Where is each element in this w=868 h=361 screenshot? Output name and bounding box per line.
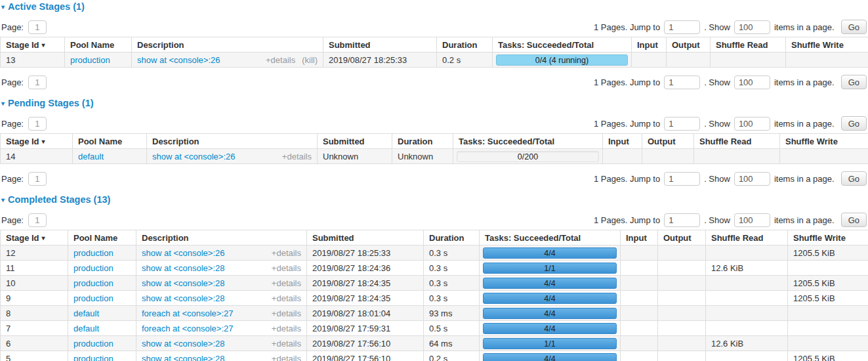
pool-name-link[interactable]: production	[73, 293, 114, 303]
description-link[interactable]: foreach at <console>:27	[142, 308, 234, 318]
column-header-duration[interactable]: Duration	[437, 37, 493, 53]
jump-to-page-input[interactable]	[664, 172, 700, 186]
column-header-output[interactable]: Output	[658, 230, 706, 245]
shuffle-read-cell	[706, 276, 788, 291]
output-cell	[658, 306, 706, 321]
pool-name-link[interactable]: production	[73, 263, 114, 273]
items-per-page-input[interactable]	[734, 20, 770, 34]
description-link[interactable]: show at <console>:28	[142, 278, 224, 288]
page-number-input[interactable]	[28, 172, 47, 186]
column-header-tasks-succeeded-total[interactable]: Tasks: Succeeded/Total	[453, 134, 603, 149]
column-header-stage-id[interactable]: Stage Id▾	[1, 134, 73, 149]
column-header-output[interactable]: Output	[642, 134, 694, 149]
go-button[interactable]: Go	[841, 171, 867, 186]
items-per-page-input[interactable]	[734, 117, 770, 131]
column-header-pool-name[interactable]: Pool Name	[73, 134, 147, 149]
column-header-tasks-succeeded-total[interactable]: Tasks: Succeeded/Total	[493, 37, 632, 53]
page-number-input[interactable]	[28, 20, 47, 34]
pool-name-link[interactable]: production	[70, 55, 110, 65]
column-header-input[interactable]: Input	[621, 230, 658, 245]
column-header-pool-name[interactable]: Pool Name	[65, 37, 132, 53]
stage-id-cell: 10	[1, 276, 68, 291]
section-heading-completed[interactable]: ▾Completed Stages (13)	[1, 194, 868, 205]
pool-name-link[interactable]: production	[73, 339, 114, 349]
description-link[interactable]: show at <console>:26	[137, 55, 220, 65]
pool-name-link[interactable]: production	[73, 248, 114, 258]
items-per-page-input[interactable]	[734, 75, 770, 89]
description-link[interactable]: show at <console>:28	[142, 339, 224, 349]
column-header-duration[interactable]: Duration	[424, 230, 480, 245]
details-toggle-link[interactable]: +details	[266, 55, 295, 65]
column-header-submitted[interactable]: Submitted	[323, 37, 437, 53]
pool-name-cell: production	[68, 245, 136, 261]
jump-to-page-input[interactable]	[664, 117, 700, 131]
go-button[interactable]: Go	[841, 213, 867, 227]
description-link[interactable]: show at <console>:28	[142, 263, 224, 273]
column-header-shuffle-write[interactable]: Shuffle Write	[788, 230, 868, 245]
pages-jump-label: 1 Pages. Jump to	[594, 215, 660, 225]
jump-to-page-input[interactable]	[664, 75, 700, 89]
page-number-input[interactable]	[28, 213, 47, 227]
pool-name-cell: default	[73, 149, 147, 164]
items-per-page-input[interactable]	[734, 213, 770, 227]
duration-cell: 0.3 s	[424, 291, 480, 306]
column-header-label: Submitted	[323, 137, 365, 146]
tasks-progress-cell: 4/4	[480, 276, 621, 291]
column-header-shuffle-read[interactable]: Shuffle Read	[694, 134, 780, 149]
column-header-submitted[interactable]: Submitted	[318, 134, 392, 149]
description-link[interactable]: show at <console>:26	[142, 248, 224, 258]
description-cell: show at <console>:28+details	[136, 336, 307, 351]
description-link[interactable]: show at <console>:28	[142, 354, 224, 361]
details-toggle-link[interactable]: +details	[272, 324, 301, 333]
description-cell: foreach at <console>:27+details	[136, 306, 307, 321]
column-header-stage-id[interactable]: Stage Id▾	[1, 37, 65, 53]
kill-link[interactable]: (kill)	[302, 55, 318, 65]
description-link[interactable]: show at <console>:28	[142, 293, 224, 303]
description-link[interactable]: show at <console>:26	[152, 152, 235, 161]
details-toggle-link[interactable]: +details	[272, 339, 301, 349]
pool-name-link[interactable]: default	[73, 308, 99, 318]
page-number-input[interactable]	[28, 75, 47, 89]
jump-to-page-input[interactable]	[664, 213, 700, 227]
details-toggle-link[interactable]: +details	[272, 354, 301, 361]
column-header-shuffle-read[interactable]: Shuffle Read	[711, 37, 786, 53]
details-toggle-link[interactable]: +details	[282, 152, 312, 161]
column-header-input[interactable]: Input	[632, 37, 667, 53]
column-header-duration[interactable]: Duration	[392, 134, 453, 149]
pool-name-link[interactable]: default	[73, 324, 99, 333]
input-cell	[621, 261, 658, 276]
go-button[interactable]: Go	[841, 20, 867, 34]
jump-to-page-input[interactable]	[664, 20, 700, 34]
column-header-pool-name[interactable]: Pool Name	[68, 230, 136, 245]
details-toggle-link[interactable]: +details	[272, 293, 301, 303]
items-per-page-input[interactable]	[734, 172, 770, 186]
column-header-description[interactable]: Description	[136, 230, 307, 245]
section-heading-pending[interactable]: ▾Pending Stages (1)	[1, 98, 868, 109]
column-header-stage-id[interactable]: Stage Id▾	[1, 230, 68, 245]
details-toggle-link[interactable]: +details	[272, 308, 301, 318]
details-toggle-link[interactable]: +details	[272, 278, 301, 288]
column-header-submitted[interactable]: Submitted	[307, 230, 424, 245]
column-header-tasks-succeeded-total[interactable]: Tasks: Succeeded/Total	[480, 230, 621, 245]
column-header-description[interactable]: Description	[132, 37, 323, 53]
description-link[interactable]: foreach at <console>:27	[142, 324, 234, 333]
pool-name-link[interactable]: production	[73, 354, 114, 361]
pool-name-link[interactable]: default	[78, 152, 104, 161]
column-header-shuffle-read[interactable]: Shuffle Read	[706, 230, 788, 245]
input-cell	[621, 336, 658, 351]
pool-name-link[interactable]: production	[73, 278, 114, 288]
go-button[interactable]: Go	[841, 116, 867, 131]
column-header-shuffle-write[interactable]: Shuffle Write	[786, 37, 868, 53]
column-header-label: Submitted	[329, 40, 371, 50]
description-extra-links: +details	[265, 308, 301, 318]
column-header-shuffle-write[interactable]: Shuffle Write	[780, 134, 868, 149]
column-header-description[interactable]: Description	[147, 134, 318, 149]
details-toggle-link[interactable]: +details	[272, 263, 301, 273]
column-header-output[interactable]: Output	[667, 37, 711, 53]
go-button[interactable]: Go	[841, 75, 867, 89]
section-heading-active[interactable]: ▾Active Stages (1)	[1, 1, 868, 12]
column-header-input[interactable]: Input	[603, 134, 642, 149]
details-toggle-link[interactable]: +details	[272, 248, 301, 258]
show-label: . Show	[704, 77, 730, 87]
page-number-input[interactable]	[28, 117, 47, 131]
